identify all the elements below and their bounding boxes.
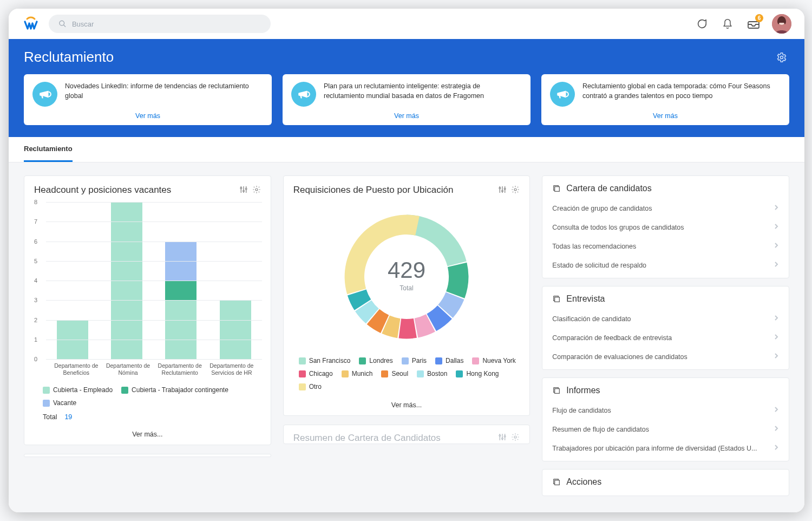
inbox-badge: 6 xyxy=(755,14,763,22)
svg-rect-27 xyxy=(555,187,560,192)
chevron-right-icon xyxy=(774,261,779,268)
hero-card-link[interactable]: Ver más xyxy=(291,112,522,120)
gear-icon[interactable] xyxy=(252,185,261,196)
stack-icon xyxy=(552,478,561,486)
svg-rect-30 xyxy=(555,480,560,485)
chat-icon[interactable] xyxy=(694,16,709,31)
linkcard-title: Entrevista xyxy=(566,294,605,304)
svg-point-10 xyxy=(243,190,244,192)
card-peek-left xyxy=(24,454,271,457)
link-0-3[interactable]: Estado de solicitud de respaldo xyxy=(552,256,779,275)
link-1-0[interactable]: Clasificación de candidato xyxy=(552,309,779,328)
svg-point-5 xyxy=(781,56,783,58)
link-1-2[interactable]: Comparación de evaluaciones de candidato… xyxy=(552,347,779,366)
gear-icon[interactable] xyxy=(511,433,520,444)
sliders-icon[interactable] xyxy=(239,185,248,196)
chevron-right-icon xyxy=(774,425,779,432)
svg-rect-28 xyxy=(555,297,560,302)
svg-point-25 xyxy=(505,435,506,437)
avatar[interactable] xyxy=(772,14,791,34)
chevron-right-icon xyxy=(774,334,779,340)
linkcard-1: Entrevista Clasificación de candidatoCom… xyxy=(542,286,789,370)
requisitions-donut: 429 Total xyxy=(284,199,530,350)
link-0-2[interactable]: Todas las recomendaciones xyxy=(552,237,779,256)
card-headcount-title: Headcount y posiciones vacantes xyxy=(34,185,171,196)
link-1-1[interactable]: Comparación de feedback de entrevista xyxy=(552,328,779,347)
legend-item: San Francisco xyxy=(299,357,351,364)
main-grid: Headcount y posiciones vacantes 0 1 2 3 … xyxy=(9,162,804,512)
hero-card-link[interactable]: Ver más xyxy=(550,112,781,120)
svg-point-16 xyxy=(499,187,501,189)
gear-icon[interactable] xyxy=(774,50,789,65)
bar-xlabel: Departamento de Reclutamiento xyxy=(154,362,206,377)
headcount-total: Total19 xyxy=(24,412,271,425)
stack-icon xyxy=(552,295,561,303)
stack-icon xyxy=(552,184,561,193)
tabstrip: Reclutamiento xyxy=(9,137,804,162)
linkcard-title: Cartera de candidatos xyxy=(566,184,651,193)
inbox-icon[interactable]: 6 xyxy=(746,16,761,31)
svg-line-1 xyxy=(63,25,66,27)
donut-slice xyxy=(446,263,468,298)
svg-point-9 xyxy=(240,187,242,189)
sliders-icon[interactable] xyxy=(498,185,507,196)
search-icon xyxy=(58,19,67,28)
legend-item: Cubierta - Empleado xyxy=(43,386,113,394)
donut-center: 429 Total xyxy=(388,257,425,292)
chevron-right-icon xyxy=(774,223,779,230)
chevron-right-icon xyxy=(774,204,779,211)
chevron-right-icon xyxy=(774,406,779,413)
legend-item: Chicago xyxy=(299,370,333,377)
bar-xlabel: Departamento de Servicios de HR xyxy=(206,362,258,377)
svg-rect-2 xyxy=(748,22,759,28)
hero: Reclutamiento Novedades LinkedIn: inform… xyxy=(9,39,804,137)
hero-card-link[interactable]: Ver más xyxy=(32,112,263,120)
requisitions-more-link[interactable]: Ver más... xyxy=(284,396,530,415)
link-0-0[interactable]: Creación de grupo de candidatos xyxy=(552,199,779,218)
svg-point-24 xyxy=(502,438,503,439)
link-2-1[interactable]: Resumen de flujo de candidatos xyxy=(552,420,779,439)
svg-point-12 xyxy=(256,188,258,191)
legend-item: Seoul xyxy=(381,370,408,377)
legend-item: Cubierta - Trabajador contingente xyxy=(121,386,228,394)
hero-card-2: Reclutamiento global en cada temporada: … xyxy=(541,74,789,125)
hero-card-text: Novedades LinkedIn: informe de tendencia… xyxy=(65,82,263,101)
topbar-icons: 6 xyxy=(694,14,791,34)
app-logo[interactable] xyxy=(22,15,40,33)
sliders-icon[interactable] xyxy=(498,433,507,444)
hero-card-0: Novedades LinkedIn: informe de tendencia… xyxy=(24,74,272,125)
svg-point-23 xyxy=(499,435,501,437)
bell-icon[interactable] xyxy=(720,16,735,31)
svg-point-18 xyxy=(505,188,506,190)
tab-reclutamiento[interactable]: Reclutamiento xyxy=(24,137,73,162)
chevron-right-icon xyxy=(774,353,779,359)
link-2-0[interactable]: Flujo de candidatos xyxy=(552,401,779,420)
svg-point-17 xyxy=(502,190,503,192)
legend-item: Vacante xyxy=(43,399,76,407)
search-box[interactable] xyxy=(49,15,271,33)
legend-item: Londres xyxy=(359,357,392,364)
chevron-right-icon xyxy=(774,315,779,321)
linkcard-3: Acciones xyxy=(542,469,789,496)
chevron-right-icon xyxy=(774,242,779,249)
requisitions-legend: San FranciscoLondresParisDallasNueva Yor… xyxy=(284,350,530,396)
svg-point-26 xyxy=(514,436,516,438)
linkcard-0: Cartera de candidatos Creación de grupo … xyxy=(542,175,789,278)
page-title: Reclutamiento xyxy=(24,49,114,66)
legend-item: Nueva York xyxy=(472,357,515,364)
link-0-1[interactable]: Consulta de todos los grupos de candidat… xyxy=(552,218,779,237)
chevron-right-icon xyxy=(774,444,779,451)
legend-item: Hong Kong xyxy=(456,370,499,377)
link-2-2[interactable]: Trabajadores por ubicación para informe … xyxy=(552,439,779,458)
megaphone-icon xyxy=(291,82,316,107)
stack-icon xyxy=(552,386,561,395)
headcount-more-link[interactable]: Ver más... xyxy=(24,425,271,445)
svg-point-11 xyxy=(245,188,247,190)
search-input[interactable] xyxy=(72,20,261,28)
hero-card-text: Reclutamiento global en cada temporada: … xyxy=(582,82,781,101)
topbar: 6 xyxy=(9,9,804,39)
svg-point-19 xyxy=(514,188,516,191)
card-requisitions: Requisiciones de Puesto por Ubicación 42… xyxy=(283,175,531,416)
gear-icon[interactable] xyxy=(511,185,520,196)
bar-xlabel: Departamento de Beneficios xyxy=(50,362,102,377)
